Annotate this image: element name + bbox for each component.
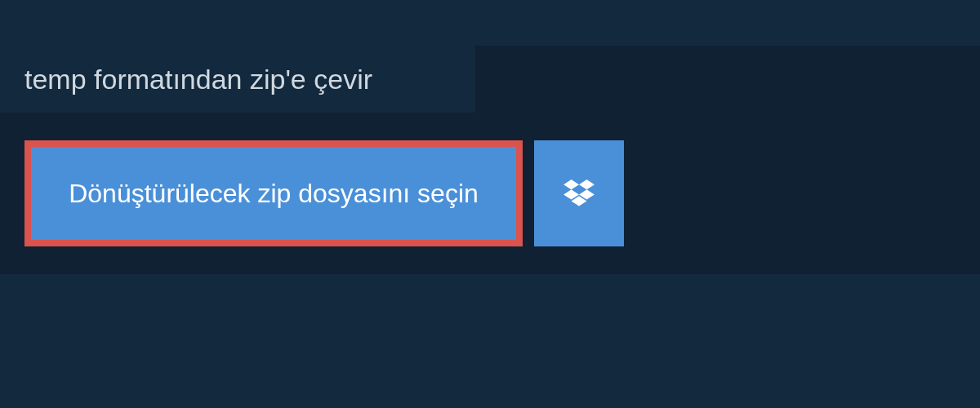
title-tab: temp formatından zip'e çevir — [0, 46, 475, 113]
action-row: Dönüştürülecek zip dosyasını seçin — [24, 140, 624, 246]
select-file-label: Dönüştürülecek zip dosyasını seçin — [69, 179, 479, 209]
select-file-button[interactable]: Dönüştürülecek zip dosyasını seçin — [24, 140, 523, 246]
dropbox-button[interactable] — [534, 140, 624, 246]
dropbox-icon — [564, 180, 595, 207]
page-title: temp formatından zip'e çevir — [24, 64, 372, 95]
